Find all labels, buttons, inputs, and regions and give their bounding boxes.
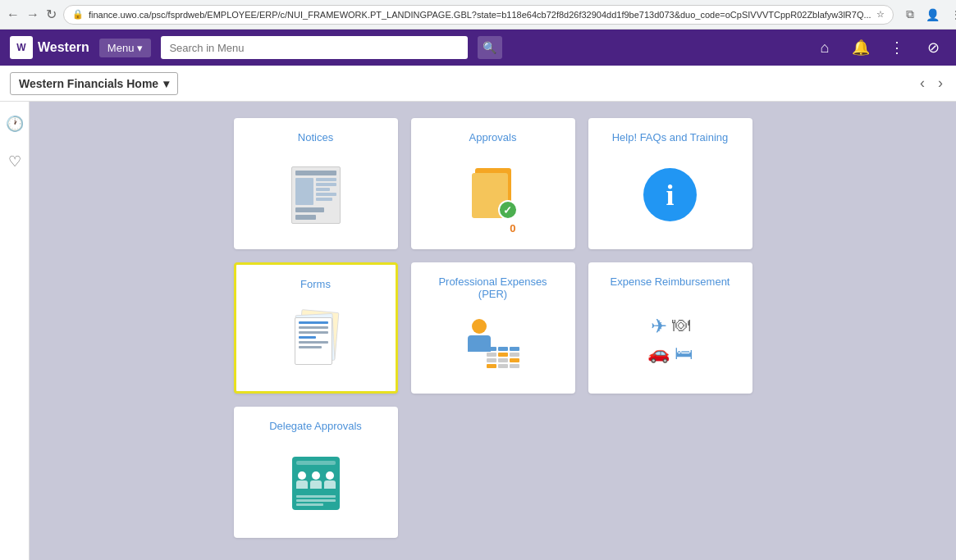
- help-icon-area: i: [643, 153, 697, 236]
- browser-actions: ⧉ 👤 ⋮: [900, 5, 956, 25]
- tiles-grid: Notices: [54, 118, 931, 538]
- more-button[interactable]: ⋮: [946, 5, 956, 25]
- breadcrumb-dropdown[interactable]: Western Financials Home ▾: [10, 72, 178, 95]
- expense-icon: ✈ 🍽 🚗 🛏: [644, 315, 697, 364]
- delegate-tile[interactable]: Delegate Approvals: [234, 407, 398, 538]
- approvals-icon-area: ✓ 0: [469, 153, 518, 236]
- chevron-right-icon: ›: [938, 75, 943, 91]
- forward-button[interactable]: →: [26, 5, 39, 25]
- help-title: Help! FAQs and Training: [612, 131, 729, 143]
- lock-icon: 🔒: [72, 9, 84, 20]
- breadcrumb-label: Western Financials Home: [19, 77, 158, 90]
- home-icon: ⌂: [821, 39, 830, 57]
- approvals-badge: 0: [510, 222, 515, 234]
- more-options-button[interactable]: ⋮: [884, 34, 910, 61]
- main-content: Notices: [30, 102, 956, 560]
- forms-tile[interactable]: Forms: [234, 262, 398, 394]
- sidebar: 🕐 ♡: [0, 102, 30, 560]
- menu-button[interactable]: Menu ▾: [99, 39, 152, 57]
- per-tile[interactable]: Professional Expenses (PER): [411, 262, 575, 394]
- app-header: W Western Menu ▾ 🔍 ⌂ 🔔 ⋮ ⊘: [0, 30, 956, 66]
- delegate-title: Delegate Approvals: [269, 420, 362, 432]
- forms-icon: [291, 311, 341, 368]
- extensions-button[interactable]: ⧉: [900, 5, 920, 25]
- delegate-book-icon: [296, 461, 336, 465]
- airplane-icon: ✈: [651, 315, 667, 338]
- heart-icon: ♡: [8, 153, 21, 171]
- dropdown-arrow-icon: ▾: [163, 77, 169, 90]
- per-icon-area: [467, 310, 519, 380]
- sub-header: Western Financials Home ▾ ‹ ›: [0, 66, 956, 102]
- expense-tile[interactable]: Expense Reimbursement ✈ 🍽 🚗 🛏: [588, 262, 752, 394]
- sidebar-clock-button[interactable]: 🕐: [2, 112, 27, 136]
- browser-chrome: ← → ↻ 🔒 finance.uwo.ca/psc/fsprdweb/EMPL…: [0, 0, 956, 30]
- expense-title: Expense Reimbursement: [611, 275, 730, 288]
- forms-icon-area: [291, 300, 341, 378]
- expense-icon-area: ✈ 🍽 🚗 🛏: [644, 298, 697, 380]
- search-input[interactable]: [161, 36, 467, 59]
- approvals-icon: ✓: [469, 168, 518, 221]
- reload-button[interactable]: ↻: [46, 5, 57, 25]
- utensils-icon: 🍽: [672, 315, 690, 338]
- info-icon: i: [643, 168, 697, 221]
- notices-icon: [291, 166, 341, 224]
- per-title: Professional Expenses (PER): [424, 275, 562, 300]
- main-layout: 🕐 ♡ Notices: [0, 102, 956, 560]
- delegate-icon-area: [292, 442, 340, 525]
- help-tile[interactable]: Help! FAQs and Training i: [588, 118, 752, 249]
- url-text: finance.uwo.ca/psc/fsprdweb/EMPLOYEE/ERP…: [89, 10, 871, 20]
- address-bar[interactable]: 🔒 finance.uwo.ca/psc/fsprdweb/EMPLOYEE/E…: [63, 5, 894, 25]
- car-icon: 🚗: [647, 343, 670, 364]
- app-logo: W Western: [10, 36, 89, 59]
- next-nav-button[interactable]: ›: [935, 71, 946, 95]
- notices-icon-area: [291, 153, 341, 236]
- prev-nav-button[interactable]: ‹: [917, 71, 928, 95]
- notifications-button[interactable]: 🔔: [848, 34, 874, 61]
- per-icon: [467, 319, 519, 371]
- approvals-title: Approvals: [469, 131, 517, 143]
- forms-title: Forms: [300, 278, 331, 290]
- home-icon-button[interactable]: ⌂: [812, 34, 838, 61]
- per-table-icon: [487, 347, 519, 371]
- western-shield: W: [10, 36, 33, 59]
- circle-slash-icon: ⊘: [927, 39, 940, 57]
- profile-button[interactable]: 👤: [923, 5, 943, 25]
- back-button[interactable]: ←: [7, 5, 20, 25]
- bell-icon: 🔔: [852, 39, 870, 57]
- delegate-icon: [292, 457, 340, 510]
- logo-text: Western: [38, 40, 89, 55]
- approvals-tile[interactable]: Approvals ✓ 0: [411, 118, 575, 249]
- chevron-left-icon: ‹: [920, 75, 925, 91]
- delegate-people-icon: [296, 471, 336, 489]
- notices-tile[interactable]: Notices: [234, 118, 398, 249]
- star-icon: ☆: [876, 9, 885, 20]
- sidebar-favorites-button[interactable]: ♡: [2, 149, 27, 174]
- check-circle-icon: ✓: [498, 200, 518, 220]
- clock-icon: 🕐: [6, 115, 24, 133]
- more-icon: ⋮: [890, 39, 904, 57]
- notices-title: Notices: [298, 131, 333, 143]
- bed-icon: 🛏: [675, 343, 693, 364]
- help-button[interactable]: ⊘: [920, 34, 946, 61]
- search-button[interactable]: 🔍: [478, 36, 502, 59]
